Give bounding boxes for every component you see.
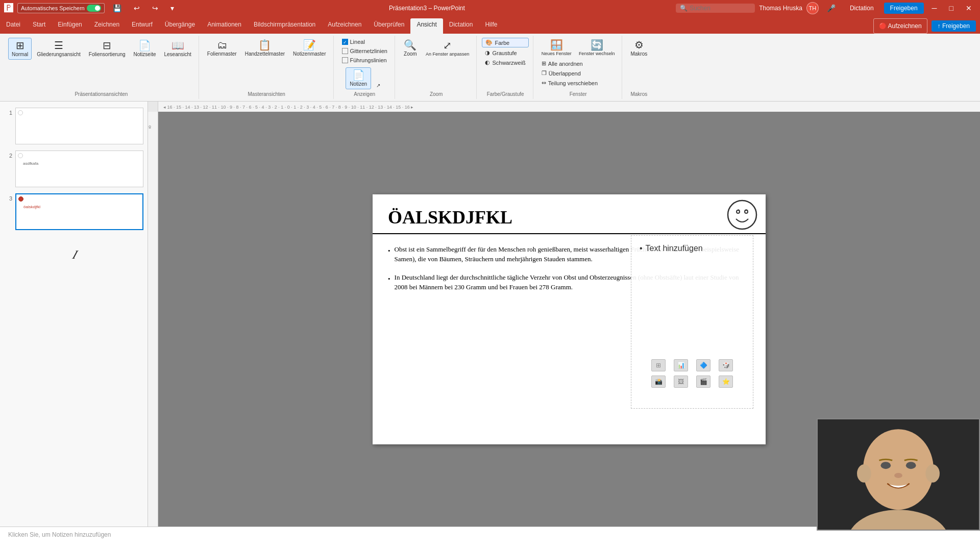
maximize-button[interactable]: □ bbox=[945, 2, 958, 14]
slide-num-1: 1 bbox=[4, 108, 12, 116]
more-commands-icon[interactable]: ▾ bbox=[166, 2, 178, 14]
btn-makros[interactable]: ⚙ Makros bbox=[627, 38, 650, 59]
leseansicht-label: Leseansicht bbox=[164, 52, 191, 57]
tab-zeichnen[interactable]: Zeichnen bbox=[88, 18, 126, 34]
btn-handzettelmaster[interactable]: 📋 Handzettelmaster bbox=[242, 38, 288, 59]
btn-farbe[interactable]: 🎨 Farbe bbox=[482, 38, 528, 47]
btn-teilung[interactable]: ⇔ Teilung verschieben bbox=[538, 79, 618, 87]
icon-row-1: ⊞ 📊 🔷 🎲 bbox=[651, 359, 733, 371]
ribbon-content: ⊞ Normal ☰ Gliederungsansicht ⊟ Folienso… bbox=[0, 34, 980, 101]
tab-ansicht[interactable]: Ansicht bbox=[410, 18, 443, 34]
btn-notizenmaster[interactable]: 📝 Notizenmaster bbox=[290, 38, 329, 59]
tab-dictation[interactable]: Dictation bbox=[443, 18, 479, 34]
insert-chart-icon[interactable]: 📊 bbox=[674, 359, 688, 371]
btn-leseansicht[interactable]: 📖 Leseansicht bbox=[161, 38, 194, 59]
notizen-btn-wrapper: 📄 Notizen ↗ bbox=[346, 67, 383, 89]
btn-normal[interactable]: ⊞ Normal bbox=[8, 38, 32, 60]
ribbon-collapse-icon[interactable]: 🎤 bbox=[823, 2, 840, 14]
tab-ubergange[interactable]: Übergänge bbox=[159, 18, 201, 34]
lineal-checkbox[interactable]: ✓ bbox=[342, 39, 348, 45]
folienmaster-label: Folienmaster bbox=[207, 51, 237, 57]
btn-schwarzweiss[interactable]: ◐ Schwarzweiß bbox=[482, 58, 528, 67]
tab-uberprufen[interactable]: Überprüfen bbox=[368, 18, 410, 34]
slide-title[interactable]: ÖALSKDJFKL bbox=[373, 194, 766, 234]
user-avatar[interactable]: TH bbox=[806, 2, 819, 14]
folienmaster-icon: 🗂 bbox=[217, 40, 227, 50]
title-bar-right: 🔍 Thomas Hruska TH 🎤 Dictation Freigeben… bbox=[676, 2, 976, 14]
btn-notizen[interactable]: 📄 Notizen bbox=[346, 67, 371, 89]
slide-thumb-3[interactable]: 3 öalskdjfkl bbox=[2, 191, 145, 232]
freigeben-button-2[interactable]: ↑ Freigeben bbox=[932, 20, 976, 32]
master-buttons: 🗂 Folienmaster 📋 Handzettelmaster 📝 Noti… bbox=[204, 38, 329, 59]
tab-start[interactable]: Start bbox=[27, 18, 52, 34]
content-placeholder[interactable]: • Text hinzufügen ⊞ 📊 🔷 🎲 bbox=[631, 235, 753, 409]
btn-uberlappend[interactable]: ❐ Überlappend bbox=[538, 69, 618, 78]
fuhrung-checkbox[interactable] bbox=[342, 57, 348, 63]
btn-zoom[interactable]: 🔍 Zoom bbox=[400, 38, 421, 59]
autosave-toggle[interactable] bbox=[87, 5, 101, 12]
webcam-person bbox=[818, 419, 979, 530]
insert-photo-icon[interactable]: 🖼 bbox=[674, 375, 688, 388]
tab-entwurf[interactable]: Entwurf bbox=[126, 18, 159, 34]
btn-graustufe[interactable]: ◑ Graustufe bbox=[482, 48, 528, 57]
btn-gliederung[interactable]: ☰ Gliederungsansicht bbox=[34, 38, 84, 59]
checkbox-fuhrung[interactable]: Führungslinien bbox=[339, 56, 390, 64]
tab-hilfe[interactable]: Hilfe bbox=[479, 18, 503, 34]
btn-fenster-wechseln[interactable]: 🔄 Fenster wechseln bbox=[576, 38, 618, 58]
btn-anzeigen-expand[interactable]: ↗ bbox=[373, 82, 383, 89]
autosave-badge[interactable]: Automatisches Speichern bbox=[17, 3, 105, 13]
insert-table-icon[interactable]: ⊞ bbox=[651, 359, 666, 371]
graustufe-label: Graustufe bbox=[492, 50, 517, 56]
gitter-checkbox[interactable] bbox=[342, 48, 348, 54]
checkbox-gitter[interactable]: Gitternetzlinien bbox=[339, 47, 390, 55]
tab-aufzeichnen[interactable]: Aufzeichnen bbox=[322, 18, 368, 34]
slide-thumb-2[interactable]: 2 asdfkafa bbox=[2, 148, 145, 189]
btn-folienmaster[interactable]: 🗂 Folienmaster bbox=[204, 38, 240, 59]
search-input[interactable] bbox=[690, 5, 751, 12]
dictation-button[interactable]: Dictation bbox=[844, 3, 880, 14]
title-bar-center: Präsentation3 – PowerPoint bbox=[178, 5, 676, 12]
slide-preview-1[interactable] bbox=[15, 108, 143, 144]
graustufe-icon: ◑ bbox=[485, 49, 490, 56]
tab-spacer bbox=[503, 18, 869, 34]
tab-bildschirm[interactable]: Bildschirmpräsentation bbox=[248, 18, 322, 34]
btn-foliensortierung[interactable]: ⊟ Foliensortierung bbox=[86, 38, 129, 59]
slide-preview-3[interactable]: öalskdjfkl bbox=[15, 193, 143, 230]
slide-preview-2[interactable]: asdfkafa bbox=[15, 151, 143, 187]
tab-einfugen[interactable]: Einfügen bbox=[52, 18, 88, 34]
cursor-indicator: 𝐼 bbox=[2, 247, 145, 262]
insert-video-icon[interactable]: 🎬 bbox=[696, 375, 710, 388]
insert-screenshot-icon[interactable]: 📸 bbox=[651, 375, 666, 388]
btn-neues-fenster[interactable]: 🪟 Neues Fenster bbox=[538, 38, 575, 58]
lineal-label: Lineal bbox=[350, 39, 365, 45]
aufzeichnen-button[interactable]: 🔴 Aufzeichnen bbox=[873, 18, 927, 34]
insert-icon-icon[interactable]: ⭐ bbox=[719, 375, 733, 388]
btn-notizseite[interactable]: 📄 Notizseite bbox=[131, 38, 159, 59]
freigeben-button[interactable]: Freigeben bbox=[884, 3, 924, 14]
insert-3d-icon[interactable]: 🎲 bbox=[719, 359, 733, 371]
makros-icon: ⚙ bbox=[634, 40, 644, 50]
bullet-dot-2: • bbox=[388, 274, 390, 292]
normal-label: Normal bbox=[12, 52, 28, 57]
placeholder-icons: ⊞ 📊 🔷 🎲 📸 🖼 🎬 ⭐ bbox=[631, 359, 753, 388]
close-button[interactable]: ✕ bbox=[962, 2, 976, 14]
btn-alle-anordnen[interactable]: ⊞ Alle anordnen bbox=[538, 59, 618, 68]
minimize-button[interactable]: ─ bbox=[928, 2, 941, 14]
save-icon[interactable]: 💾 bbox=[109, 2, 126, 14]
checkbox-lineal[interactable]: ✓ Lineal bbox=[339, 38, 390, 46]
svg-point-9 bbox=[863, 429, 934, 510]
redo-icon[interactable]: ↪ bbox=[148, 2, 162, 14]
group-anzeigen: ✓ Lineal Gitternetzlinien Führungslinien… bbox=[335, 36, 395, 99]
tab-datei[interactable]: Datei bbox=[0, 18, 27, 34]
zoom-label: Zoom bbox=[404, 51, 417, 57]
slide-thumb-1[interactable]: 1 bbox=[2, 106, 145, 146]
leseansicht-icon: 📖 bbox=[172, 40, 184, 51]
insert-smartart-icon[interactable]: 🔷 bbox=[696, 359, 710, 371]
zoom-icon: 🔍 bbox=[404, 40, 416, 50]
undo-icon[interactable]: ↩ bbox=[130, 2, 144, 14]
fenster-wechseln-label: Fenster wechseln bbox=[579, 51, 615, 56]
slide-canvas[interactable]: ÖALSKDJFKL • Obst ist ein Sammelbegriff … bbox=[373, 194, 766, 444]
tab-animationen[interactable]: Animationen bbox=[201, 18, 248, 34]
search-box[interactable]: 🔍 bbox=[676, 4, 755, 13]
btn-anfenster[interactable]: ⤢ An Fenster anpassen bbox=[423, 38, 473, 59]
